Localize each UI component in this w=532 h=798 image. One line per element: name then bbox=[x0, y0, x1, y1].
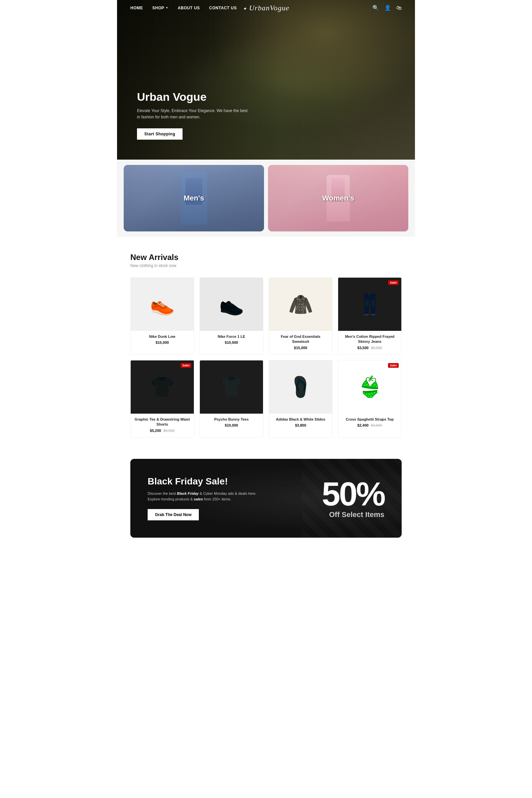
product-emoji: 👟 bbox=[219, 292, 244, 316]
product-price: $10,000 bbox=[203, 423, 260, 427]
hero-cta-button[interactable]: Start Shopping bbox=[137, 128, 183, 140]
product-name: Adidas Black & White Slides bbox=[272, 417, 329, 422]
product-info: Nike Dunk Low $15,000 bbox=[131, 331, 194, 349]
product-info: Graphic Tee & Drawstring Waist Shorts $5… bbox=[131, 414, 194, 437]
categories-section: Men's Women's bbox=[117, 159, 415, 237]
account-icon[interactable]: 👤 bbox=[384, 5, 391, 11]
section-title: New Arrivals bbox=[130, 253, 402, 262]
product-emoji: 👖 bbox=[358, 292, 382, 316]
sale-badge: Sale! bbox=[388, 363, 399, 368]
old-price: $5,000 bbox=[371, 346, 382, 350]
product-price: $15,000 bbox=[272, 346, 329, 350]
product-info: Cross Spaghetti Straps Top $2,400 $3,000 bbox=[338, 414, 401, 432]
nav-shop[interactable]: SHOP ▼ bbox=[152, 6, 168, 10]
bf-discount: 50% Off Select Items bbox=[261, 477, 384, 519]
product-card[interactable]: Sale! 👕 Graphic Tee & Drawstring Waist S… bbox=[130, 360, 194, 438]
product-info: Adidas Black & White Slides $3,800 bbox=[269, 414, 332, 432]
product-price: $3,800 bbox=[272, 423, 329, 427]
product-price: $5,200 $6,500 bbox=[134, 429, 191, 433]
products-grid: 👟 Nike Dunk Low $15,000 👟 Nike Force 1 L… bbox=[130, 277, 402, 438]
product-emoji: 🧥 bbox=[288, 292, 313, 316]
category-mens-label: Men's bbox=[184, 194, 204, 203]
bf-title: Black Friday Sale! bbox=[148, 476, 261, 487]
product-image: 👟 bbox=[200, 278, 263, 331]
logo-icon: ✦ bbox=[243, 6, 247, 11]
bf-percent: 50% bbox=[261, 477, 384, 510]
nav-links: HOME SHOP ▼ ABOUT US CONTACT US bbox=[130, 6, 237, 10]
product-emoji: 👟 bbox=[150, 292, 175, 316]
cart-icon[interactable]: 🛍 bbox=[396, 5, 402, 11]
hero-content: Urban Vogue Elevate Your Style, Embrace … bbox=[117, 90, 250, 159]
product-info: Fear of God Essentials Sweatsuit $15,000 bbox=[269, 331, 332, 355]
product-card[interactable]: 👟 Nike Force 1 LE $10,000 bbox=[200, 277, 263, 355]
product-price: $2,400 $3,000 bbox=[341, 423, 398, 427]
product-info: Nike Force 1 LE $10,000 bbox=[200, 331, 263, 349]
product-image: 👟 bbox=[131, 278, 194, 331]
nav-home[interactable]: HOME bbox=[130, 6, 143, 10]
bf-content: Black Friday Sale! Discover the best Bla… bbox=[148, 476, 261, 520]
product-card[interactable]: 🩴 Adidas Black & White Slides $3,800 bbox=[269, 360, 332, 438]
search-icon[interactable]: 🔍 bbox=[373, 5, 379, 11]
product-name: Psycho Bunny Tees bbox=[203, 417, 260, 422]
product-name: Cross Spaghetti Straps Top bbox=[341, 417, 398, 422]
site-logo[interactable]: ✦ UrbanVogue bbox=[243, 4, 290, 12]
category-womens-label: Women's bbox=[322, 194, 355, 203]
product-name: Fear of God Essentials Sweatsuit bbox=[272, 334, 329, 344]
product-info: Psycho Bunny Tees $10,000 bbox=[200, 414, 263, 432]
product-emoji: 👕 bbox=[150, 375, 175, 399]
hero-section: HOME SHOP ▼ ABOUT US CONTACT US ✦ UrbanV… bbox=[117, 0, 415, 159]
product-card[interactable]: 👟 Nike Dunk Low $15,000 bbox=[130, 277, 194, 355]
product-emoji: 👙 bbox=[358, 375, 382, 399]
product-price: $10,000 bbox=[203, 341, 260, 344]
product-emoji: 🩴 bbox=[288, 375, 313, 399]
sale-badge: Sale! bbox=[180, 363, 191, 368]
sale-badge: Sale! bbox=[388, 280, 399, 285]
product-name: Nike Force 1 LE bbox=[203, 334, 260, 339]
product-emoji: 👕 bbox=[219, 375, 244, 399]
chevron-down-icon: ▼ bbox=[166, 6, 168, 9]
category-mens[interactable]: Men's bbox=[124, 165, 264, 231]
bf-description: Discover the best Black Friday & Cyber M… bbox=[148, 491, 261, 502]
product-name: Graphic Tee & Drawstring Waist Shorts bbox=[134, 417, 191, 427]
product-price: $3,500 $5,000 bbox=[341, 346, 398, 350]
product-image: 👕 bbox=[200, 360, 263, 414]
product-card[interactable]: 👕 Psycho Bunny Tees $10,000 bbox=[200, 360, 263, 438]
nav-actions: 🔍 👤 🛍 bbox=[373, 5, 402, 11]
bf-cta-button[interactable]: Grab The Deal Now bbox=[148, 509, 199, 520]
product-image: 👙 bbox=[338, 360, 401, 414]
product-card[interactable]: Sale! 👙 Cross Spaghetti Straps Top $2,40… bbox=[338, 360, 402, 438]
product-image: 🧥 bbox=[269, 278, 332, 331]
product-image: 🩴 bbox=[269, 360, 332, 414]
nav-about[interactable]: ABOUT US bbox=[177, 6, 200, 10]
hero-title: Urban Vogue bbox=[137, 90, 250, 104]
black-friday-wrapper: Black Friday Sale! Discover the best Bla… bbox=[117, 454, 415, 551]
product-image: 👕 bbox=[131, 360, 194, 414]
old-price: $6,500 bbox=[164, 429, 175, 433]
black-friday-banner: Black Friday Sale! Discover the best Bla… bbox=[130, 459, 402, 538]
product-name: Men's Cotton Ripped Frayed Skinny Jeans bbox=[341, 334, 398, 344]
nav-contact[interactable]: CONTACT US bbox=[209, 6, 237, 10]
product-card[interactable]: Sale! 👖 Men's Cotton Ripped Frayed Skinn… bbox=[338, 277, 402, 355]
product-name: Nike Dunk Low bbox=[134, 334, 191, 339]
navbar: HOME SHOP ▼ ABOUT US CONTACT US ✦ UrbanV… bbox=[117, 0, 415, 16]
category-womens[interactable]: Women's bbox=[268, 165, 408, 231]
old-price: $3,000 bbox=[371, 423, 382, 427]
hero-subtitle: Elevate Your Style, Embrace Your Eleganc… bbox=[137, 108, 250, 120]
product-card[interactable]: 🧥 Fear of God Essentials Sweatsuit $15,0… bbox=[269, 277, 332, 355]
product-info: Men's Cotton Ripped Frayed Skinny Jeans … bbox=[338, 331, 401, 355]
section-subtitle: New clothing in stock now bbox=[130, 263, 402, 268]
new-arrivals-section: New Arrivals New clothing in stock now 👟… bbox=[117, 237, 415, 454]
product-price: $15,000 bbox=[134, 341, 191, 344]
product-image: 👖 bbox=[338, 278, 401, 331]
